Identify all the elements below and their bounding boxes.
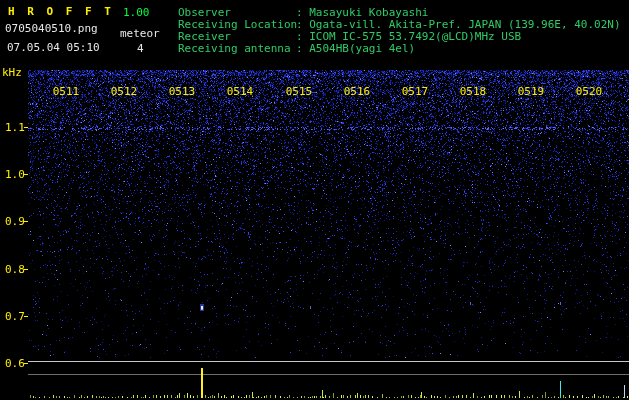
info-row-antenna: Receiving antenna: A504HB(yagi 4el) [178,43,621,55]
x-tick-0514: 0514 [227,85,254,98]
x-tick-0512: 0512 [111,85,138,98]
mode-label: meteor [120,27,160,40]
hrofft-output-image: H R O F F T 1.00 0705040510.png meteor 0… [0,0,629,400]
spectrogram-canvas [0,0,629,400]
observation-datetime: 07.05.04 05:10 [7,41,100,54]
app-version: 1.00 [123,6,150,19]
x-tick-0520: 0520 [576,85,603,98]
y-tick-0-6: 0.6 [5,357,25,370]
x-tick-0516: 0516 [344,85,371,98]
y-axis-unit: kHz [2,66,22,79]
station-info: Observer: Masayuki Kobayashi Receiving L… [178,7,621,55]
y-tick-1-1: 1.1 [5,121,25,134]
y-tick-0-9: 0.9 [5,215,25,228]
y-tick-0-7: 0.7 [5,310,25,323]
x-tick-0517: 0517 [402,85,429,98]
x-tick-0519: 0519 [518,85,545,98]
y-tick-0-8: 0.8 [5,263,25,276]
x-tick-0511: 0511 [53,85,80,98]
info-value-antenna: : A504HB(yagi 4el) [296,42,415,55]
output-filename: 0705040510.png [5,22,98,35]
meteor-count: 4 [137,42,144,55]
x-tick-0513: 0513 [169,85,196,98]
x-tick-0515: 0515 [286,85,313,98]
x-tick-0518: 0518 [460,85,487,98]
y-tick-1-0: 1.0 [5,168,25,181]
info-label-antenna: Receiving antenna [178,43,296,55]
app-title: H R O F F T [8,5,114,18]
